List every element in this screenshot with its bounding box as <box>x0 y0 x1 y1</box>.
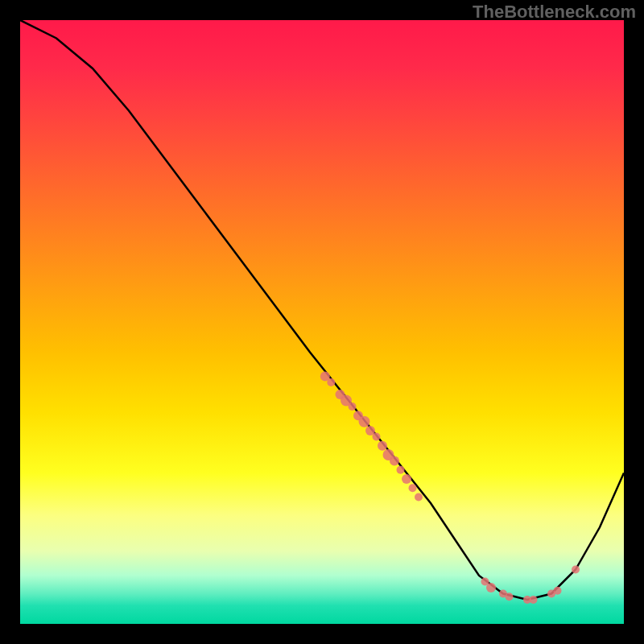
data-marker <box>530 596 538 604</box>
data-marker <box>402 474 411 484</box>
watermark-label: TheBottleneck.com <box>473 2 636 23</box>
data-marker <box>486 583 496 592</box>
data-marker <box>327 378 335 386</box>
data-marker <box>373 433 381 441</box>
data-marker <box>409 484 417 492</box>
data-marker <box>390 456 399 466</box>
data-marker <box>506 592 514 601</box>
chart-plot-area <box>20 20 624 624</box>
data-marker <box>349 402 357 411</box>
bottleneck-curve <box>20 20 624 600</box>
data-marker <box>397 466 405 474</box>
data-marker <box>415 493 423 502</box>
markers-group <box>320 372 580 605</box>
data-marker <box>554 587 562 595</box>
data-marker <box>378 441 387 451</box>
chart-svg <box>20 20 624 624</box>
data-marker <box>359 416 370 427</box>
data-marker <box>572 566 580 574</box>
